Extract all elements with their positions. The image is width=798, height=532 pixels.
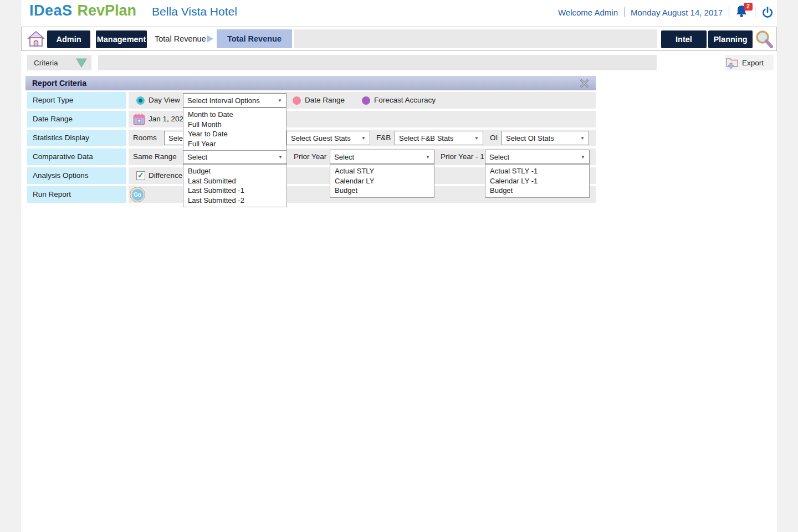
caret-down-icon: ▼ [474,136,479,141]
criteria-summary-bar [98,55,657,70]
prior-year-menu: Actual STLY Calendar LY Budget [330,164,434,198]
difference-checkbox[interactable] [136,171,145,180]
header-divider [729,7,729,17]
menu-item[interactable]: Calendar LY -1 [485,176,589,186]
app-root: IDeaS RevPlan Bella Vista Hotel Welcome … [0,0,798,532]
rooms-label: Rooms [133,130,157,146]
nav-intel-label: Intel [676,35,692,44]
interval-options-value: Select Interval Options [187,96,260,105]
menu-item[interactable]: Budget [330,186,434,196]
breadcrumb: Total Revenue [155,27,206,50]
report-criteria-header: Report Criteria [25,76,596,90]
nav-admin-button[interactable]: Admin [47,30,90,48]
criteria-label: Criteria [27,59,58,67]
header-divider [624,7,625,17]
nav-admin-label: Admin [56,35,81,44]
same-range-label: Same Range [133,149,177,165]
go-button[interactable]: Go [130,187,145,202]
oi-label: OI [490,130,498,146]
row-label-run-report: Run Report [27,186,126,203]
oi-stats-value: Select OI Stats [506,134,554,142]
caret-down-icon: ▼ [361,136,366,141]
nav-management-button[interactable]: Management [96,30,147,48]
menu-item[interactable]: Full Year [183,139,286,149]
room-stats-value: Sele [168,134,183,142]
prior-year-1-select[interactable]: Select ▼ [485,150,590,164]
row-label-report-type: Report Type [27,92,126,109]
same-range-value: Select [187,153,207,161]
menu-item[interactable]: Actual STLY -1 [485,166,589,176]
interval-options-menu: Month to Date Full Month Year to Date Fu… [183,108,287,151]
menu-item[interactable]: Month to Date [183,110,286,120]
close-icon[interactable] [579,78,590,89]
row-content-comparative-data: Same Range Select ▼ Prior Year Select ▼ … [129,149,596,165]
current-date: Monday August 14, 2017 [631,8,723,17]
prior-year-label: Prior Year [294,149,326,165]
prior-year-value: Select [334,153,354,161]
caret-down-icon: ▼ [278,98,282,103]
prior-year-select[interactable]: Select ▼ [330,150,434,164]
menu-item[interactable]: Last Submitted [183,176,287,186]
date-range-radio-label: Date Range [305,92,345,109]
guest-stats-select[interactable]: Select Guest Stats ▼ [287,131,370,145]
collapse-triangle-icon [76,58,87,68]
fb-stats-select[interactable]: Select F&B Stats ▼ [395,131,483,145]
menu-item[interactable]: Last Submitted -1 [183,186,287,196]
menu-item[interactable]: Last Submitted -2 [183,196,287,206]
nav-intel-button[interactable]: Intel [661,30,707,48]
row-content-report-type: Day View Select Interval Options ▼ Date … [129,92,596,109]
notification-badge: 2 [744,3,753,11]
oi-stats-select[interactable]: Select OI Stats ▼ [502,131,589,145]
prior-year-1-menu: Actual STLY -1 Calendar LY -1 Budget [485,164,590,198]
fb-label: F&B [376,130,391,146]
hotel-name: Bella Vista Hotel [152,5,237,18]
menu-item[interactable]: Year to Date [183,129,286,139]
row-label-statistics-display: Statistics Display [27,130,126,146]
day-view-radio[interactable] [136,96,145,105]
caret-down-icon: ▼ [278,155,283,160]
criteria-toggle[interactable]: Criteria [27,55,91,70]
logo-ideas: IDeaS [29,2,73,19]
row-label-analysis-options: Analysis Options [27,167,126,184]
welcome-text[interactable]: Welcome Admin [558,8,618,17]
export-label: Export [742,59,764,67]
date-range-value[interactable]: Jan 1, 2021 [149,111,188,127]
menu-item[interactable]: Actual STLY [330,166,434,176]
menu-item[interactable]: Budget [485,186,589,196]
tab-strip [294,29,657,48]
caret-down-icon: ▼ [581,155,585,160]
day-view-label: Day View [149,92,180,109]
home-icon[interactable] [27,30,45,48]
go-button-label: Go [132,189,144,201]
caret-down-icon: ▼ [426,155,430,160]
menu-item[interactable]: Calendar LY [330,176,434,186]
same-range-select[interactable]: Select ▼ [183,150,287,164]
search-icon[interactable] [754,29,774,49]
same-range-menu: Budget Last Submitted Last Submitted -1 … [183,164,287,207]
fb-stats-value: Select F&B Stats [399,134,453,142]
nav-management-label: Management [97,35,146,44]
notifications-button[interactable]: 2 [735,4,749,21]
tab-total-revenue[interactable]: Total Revenue [217,29,292,48]
tab-total-revenue-label: Total Revenue [227,34,282,43]
export-button[interactable]: Export [725,55,774,70]
export-icon [725,55,739,70]
nav-planning-button[interactable]: Planning [708,30,753,48]
app-logo: IDeaS RevPlan Bella Vista Hotel [29,2,237,24]
panel-title: Report Criteria [25,79,86,88]
forecast-accuracy-radio[interactable] [362,96,370,105]
row-label-date-range: Date Range [27,111,126,127]
interval-options-select[interactable]: Select Interval Options ▼ [183,93,287,108]
guest-stats-value: Select Guest Stats [291,134,351,142]
difference-label: Difference [149,167,182,184]
breadcrumb-label: Total Revenue [155,34,206,43]
menu-item[interactable]: Full Month [183,120,286,130]
caret-down-icon: ▼ [580,136,585,141]
date-range-radio[interactable] [293,96,301,105]
prior-year-1-label: Prior Year - 1 [441,149,484,165]
header-right: Welcome Admin Monday August 14, 2017 2 [558,0,774,24]
calendar-icon[interactable] [133,113,145,125]
breadcrumb-arrow-icon [207,35,213,43]
power-button-icon[interactable] [761,6,774,18]
menu-item[interactable]: Budget [183,166,287,176]
